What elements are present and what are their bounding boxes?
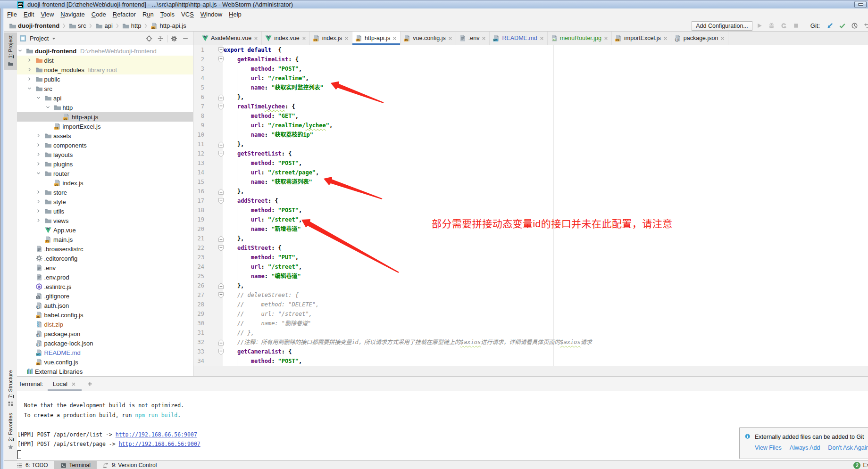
- fold-marker-end-icon[interactable]: [218, 141, 224, 149]
- close-icon[interactable]: [392, 36, 397, 41]
- menu-help[interactable]: Help: [225, 9, 245, 19]
- tree-item-.eslintrc.js[interactable]: .eslintrc.js: [17, 282, 193, 291]
- close-icon[interactable]: [448, 36, 453, 41]
- minimize-button[interactable]: [854, 1, 867, 8]
- add-configuration-button[interactable]: Add Configuration...: [692, 21, 752, 31]
- editor-tab-index.vue[interactable]: index.vue: [262, 32, 310, 45]
- tree-item-.gitignore[interactable]: .gitignore: [17, 291, 193, 301]
- fold-marker-end-icon[interactable]: [218, 94, 224, 102]
- tree-item-dist.zip[interactable]: dist.zip: [17, 320, 193, 329]
- fold-marker-collapse-icon[interactable]: [218, 57, 224, 64]
- menu-file[interactable]: File: [4, 9, 20, 19]
- menu-refactor[interactable]: Refactor: [109, 9, 139, 19]
- menu-tools[interactable]: Tools: [157, 9, 178, 19]
- menu-edit[interactable]: Edit: [20, 9, 37, 19]
- close-icon[interactable]: [481, 36, 486, 41]
- breadcrumb-item[interactable]: http: [122, 22, 142, 30]
- close-icon[interactable]: [344, 36, 349, 41]
- history-button[interactable]: [848, 21, 860, 31]
- tree-item-components[interactable]: components: [17, 140, 193, 150]
- tree-item-utils[interactable]: utils: [17, 206, 193, 216]
- locate-button[interactable]: [143, 33, 155, 44]
- editor-tab-index.js[interactable]: JSindex.js: [310, 32, 352, 45]
- fold-marker-collapse-icon[interactable]: [218, 292, 224, 300]
- rollback-button[interactable]: [860, 21, 868, 31]
- fold-marker-collapse-icon[interactable]: [218, 349, 224, 356]
- play-button[interactable]: [753, 21, 766, 31]
- fold-marker-end-icon[interactable]: [218, 189, 224, 196]
- tree-item-.browserslistrc[interactable]: .browserslistrc: [17, 244, 193, 254]
- fold-marker-collapse-icon[interactable]: [218, 104, 224, 111]
- tree-item-views[interactable]: views: [17, 216, 193, 225]
- tree-item-.env[interactable]: .env: [17, 263, 193, 272]
- tree-item-public[interactable]: public: [17, 74, 193, 84]
- chevron-right-icon[interactable]: [36, 133, 41, 138]
- editor-tab-.env[interactable]: .env: [456, 32, 490, 45]
- breadcrumb-item[interactable]: duoji-frontend: [9, 22, 59, 30]
- breadcrumb-item[interactable]: api: [95, 22, 112, 30]
- chevron-right-icon[interactable]: [36, 218, 41, 223]
- statusbar-terminal[interactable]: Terminal: [54, 461, 97, 469]
- fold-marker-end-icon[interactable]: [218, 339, 224, 347]
- tree-item-style[interactable]: style: [17, 197, 193, 206]
- editor-horizontal-scrollbar[interactable]: [193, 366, 868, 376]
- notification-action-view-files[interactable]: View Files: [755, 444, 782, 451]
- minus-button[interactable]: [180, 33, 191, 44]
- fold-marker-end-icon[interactable]: [218, 236, 224, 243]
- git-update-button[interactable]: [824, 21, 836, 31]
- chevron-down-icon[interactable]: [45, 105, 50, 110]
- tree-item-External Libraries[interactable]: External Libraries: [17, 367, 193, 376]
- notification-action-don-t-ask-again[interactable]: Don't Ask Again: [828, 444, 868, 451]
- close-icon[interactable]: [301, 36, 307, 41]
- tree-item-babel.config.js[interactable]: JSbabel.config.js: [17, 310, 193, 320]
- tool-window-button-structure[interactable]: 7: Structure: [4, 367, 17, 410]
- tree-item-importExcel.js[interactable]: JSimportExcel.js: [17, 122, 193, 131]
- chevron-right-icon[interactable]: [36, 199, 41, 204]
- tree-item-store[interactable]: store: [17, 188, 193, 197]
- close-icon[interactable]: [253, 36, 259, 41]
- tree-item-dist[interactable]: dist: [17, 56, 193, 65]
- project-panel-header[interactable]: Project: [17, 32, 193, 45]
- git-commit-button[interactable]: [836, 21, 848, 31]
- editor-tab-vue.config.js[interactable]: JSvue.config.js: [401, 32, 456, 45]
- new-terminal-button[interactable]: [87, 381, 93, 387]
- tree-item-http-api.js[interactable]: JShttp-api.js: [17, 112, 193, 122]
- event-log-widget[interactable]: 2 Ev: [853, 461, 868, 469]
- close-icon[interactable]: [720, 36, 725, 41]
- collapse-button[interactable]: [155, 33, 166, 44]
- editor-tab-importExcel.js[interactable]: JSimportExcel.js: [612, 32, 671, 45]
- chevron-right-icon[interactable]: [36, 161, 41, 166]
- tree-item-App.vue[interactable]: App.vue: [17, 225, 193, 235]
- chevron-down-icon[interactable]: [51, 36, 56, 41]
- statusbar-6-todo[interactable]: 6: TODO: [10, 461, 54, 469]
- tree-item-api[interactable]: api: [17, 93, 193, 103]
- chevron-down-icon[interactable]: [17, 48, 23, 53]
- fold-marker-end-icon[interactable]: [218, 283, 224, 290]
- tree-item-plugins[interactable]: plugins: [17, 159, 193, 169]
- menu-code[interactable]: Code: [88, 9, 109, 19]
- code-editor[interactable]: 1234567891011121314151617181920212223242…: [193, 45, 868, 376]
- fold-marker-collapse-icon[interactable]: [218, 151, 224, 158]
- editor-tab-package.json[interactable]: {}package.json: [671, 32, 729, 45]
- title-bar[interactable]: WS duoji-frontend [D:\zheheWeb\duoji-fro…: [0, 0, 868, 8]
- editor-tab-README.md[interactable]: MDREADME.md: [490, 32, 547, 45]
- menu-navigate[interactable]: Navigate: [57, 9, 88, 19]
- close-icon[interactable]: [71, 381, 76, 387]
- menu-view[interactable]: View: [37, 9, 57, 19]
- tree-item-node_modules[interactable]: node_moduleslibrary root: [17, 65, 193, 74]
- menu-run[interactable]: Run: [139, 9, 157, 19]
- chevron-right-icon[interactable]: [27, 58, 32, 63]
- chevron-right-icon[interactable]: [36, 189, 41, 195]
- chevron-right-icon[interactable]: [36, 208, 41, 214]
- tree-item-main.js[interactable]: JSmain.js: [17, 235, 193, 244]
- chevron-right-icon[interactable]: [27, 67, 32, 72]
- tree-item-index.js[interactable]: JSindex.js: [17, 178, 193, 188]
- tree-item-assets[interactable]: assets: [17, 131, 193, 140]
- editor-tab-menuRouter.jpg[interactable]: menuRouter.jpg: [548, 32, 612, 45]
- close-icon[interactable]: [539, 36, 544, 41]
- editor-tab-http-api.js[interactable]: JShttp-api.js: [352, 32, 401, 45]
- notification-action-always-add[interactable]: Always Add: [790, 444, 820, 451]
- tree-item-layouts[interactable]: layouts: [17, 150, 193, 159]
- menu-vcs[interactable]: VCS: [178, 9, 197, 19]
- terminal-tab-local[interactable]: Local: [50, 377, 79, 391]
